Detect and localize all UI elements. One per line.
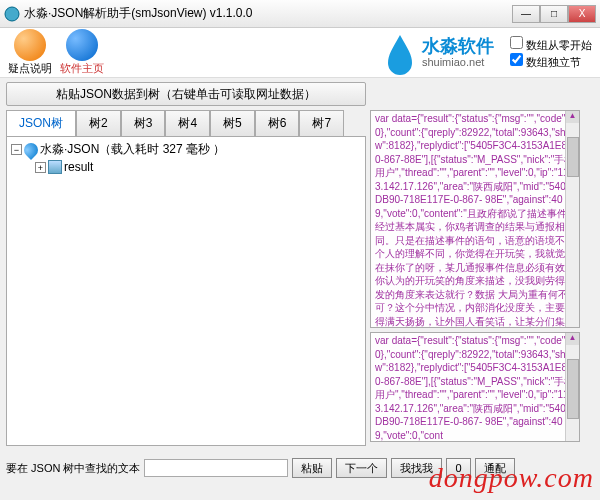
option-array-sep[interactable]: 数组独立节 [510,53,592,70]
window-title: 水淼·JSON解析助手(smJsonView) v1.1.0.0 [24,5,512,22]
search-label: 要在 JSON 树中查找的文本 [6,461,140,476]
tab-tree6[interactable]: 树6 [255,110,300,136]
tree-view[interactable]: − 水淼·JSON（载入耗时 327 毫秒 ） + result [6,136,366,446]
object-icon [48,160,62,174]
paste-json-button[interactable]: 粘贴JSON数据到树（右键单击可读取网址数据） [6,82,366,106]
checkbox-zero[interactable] [510,36,523,49]
option-zero-start[interactable]: 数组从零开始 [510,36,592,53]
svg-point-0 [5,7,19,21]
tree-child-node[interactable]: + result [11,160,361,174]
wildcard-button[interactable]: 通配 [475,458,515,478]
tab-tree2[interactable]: 树2 [76,110,121,136]
home-label: 软件主页 [60,61,104,76]
titlebar: 水淼·JSON解析助手(smJsonView) v1.1.0.0 — □ X [0,0,600,28]
options-panel: 数组从零开始 数组独立节 [502,36,592,70]
collapse-icon[interactable]: − [11,144,22,155]
tree-tabs: JSON树 树2 树3 树4 树5 树6 树7 [6,110,366,136]
zero-button[interactable]: 0 [446,458,470,478]
scrollbar-top[interactable]: ▲ [565,111,579,327]
help-label: 疑点说明 [8,61,52,76]
child-label: result [64,160,93,174]
code-top-text: var data={"result":{"status":{"msg":"","… [375,113,575,328]
code-view-bottom[interactable]: var data={"result":{"status":{"msg":"","… [370,332,580,442]
left-pane: JSON树 树2 树3 树4 树5 树6 树7 − 水淼·JSON（载入耗时 3… [6,110,366,446]
scrollbar-bottom[interactable]: ▲ [565,333,579,441]
tab-json-tree[interactable]: JSON树 [6,110,76,136]
checkbox-array[interactable] [510,53,523,66]
paste-bar: 粘贴JSON数据到树（右键单击可读取网址数据） [0,78,600,110]
home-button[interactable]: 软件主页 [60,29,104,76]
maximize-button[interactable]: □ [540,5,568,23]
brand-logo-icon [382,31,418,75]
brand-block: 水淼软件 shuimiao.net [382,31,494,75]
toolbar: 疑点说明 软件主页 水淼软件 shuimiao.net 数组从零开始 数组独立节 [0,28,600,78]
close-button[interactable]: X [568,5,596,23]
app-icon [4,6,20,22]
next-button[interactable]: 下一个 [336,458,387,478]
minimize-button[interactable]: — [512,5,540,23]
scroll-thumb[interactable] [567,137,579,177]
root-label: 水淼·JSON（载入耗时 327 毫秒 ） [40,141,225,158]
droplet-icon [21,140,41,160]
help-button[interactable]: 疑点说明 [8,29,52,76]
find-button[interactable]: 我找我 [391,458,442,478]
scroll-up-icon[interactable]: ▲ [566,111,579,123]
tab-tree4[interactable]: 树4 [165,110,210,136]
scroll-up-icon[interactable]: ▲ [566,333,579,345]
tab-tree3[interactable]: 树3 [121,110,166,136]
code-view-top[interactable]: var data={"result":{"status":{"msg":"","… [370,110,580,328]
search-bar: 要在 JSON 树中查找的文本 粘贴 下一个 我找我 0 通配 [6,458,594,478]
paste-button[interactable]: 粘贴 [292,458,332,478]
globe-icon [66,29,98,61]
expand-icon[interactable]: + [35,162,46,173]
search-input[interactable] [144,459,288,477]
tree-root-node[interactable]: − 水淼·JSON（载入耗时 327 毫秒 ） [11,141,361,158]
brand-url: shuimiao.net [422,56,494,68]
help-icon [14,29,46,61]
scroll-thumb[interactable] [567,359,579,419]
brand-name: 水淼软件 [422,37,494,57]
content-area: JSON树 树2 树3 树4 树5 树6 树7 − 水淼·JSON（载入耗时 3… [0,110,600,446]
window-controls: — □ X [512,5,596,23]
tab-tree7[interactable]: 树7 [299,110,344,136]
tab-tree5[interactable]: 树5 [210,110,255,136]
right-pane: var data={"result":{"status":{"msg":"","… [370,110,580,446]
code-bottom-text: var data={"result":{"status":{"msg":"","… [375,335,574,441]
